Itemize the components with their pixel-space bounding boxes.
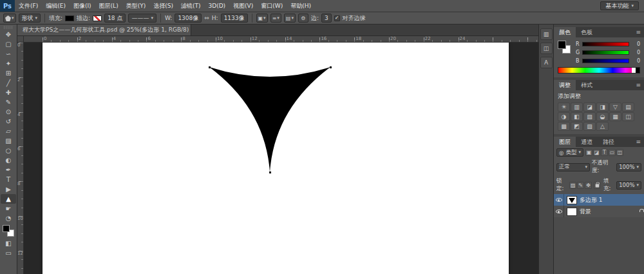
adj-posterize-icon[interactable]: ▩ (558, 122, 570, 131)
layer-thumbnail[interactable] (567, 208, 577, 216)
blend-mode-select[interactable]: 正常 ▾ (556, 163, 590, 171)
dodge-tool-icon[interactable]: ◐ (1, 155, 16, 165)
clone-stamp-tool-icon[interactable]: ⊙ (1, 107, 16, 117)
path-alignment-button[interactable]: ≡ ▾ (270, 14, 281, 23)
filter-smart-objects-icon[interactable]: ◫ (616, 149, 623, 156)
menu-item[interactable]: 帮助(H) (287, 0, 315, 12)
fill-swatch[interactable] (65, 15, 74, 21)
healing-brush-tool-icon[interactable]: ✚ (1, 88, 16, 97)
channel-value[interactable]: 0 (631, 41, 640, 47)
panel-grip[interactable] (4, 26, 13, 29)
path-arrange-button[interactable]: ▤ ▾ (284, 14, 296, 23)
adj-levels-icon[interactable]: ▥ (571, 103, 583, 112)
pasteboard[interactable] (24, 43, 538, 274)
filter-adjustment-layers-icon[interactable]: ◪ (593, 149, 600, 156)
stroke-width-field[interactable]: 18 点 (104, 14, 126, 23)
path-selection-tool-icon[interactable]: ▶ (1, 184, 16, 194)
menu-item[interactable]: 选择(S) (149, 0, 177, 12)
shape-tool-icon[interactable]: ▲ (1, 194, 16, 204)
panel-tab[interactable]: 路径 (598, 137, 620, 147)
adj-photo-filter-icon[interactable]: ▧ (583, 112, 596, 121)
color-spectrum-ramp[interactable] (558, 67, 640, 73)
horizontal-ruler[interactable]: 024681012141618202224 (24, 36, 538, 43)
character-panel-button[interactable]: A (540, 57, 553, 68)
foreground-color-swatch[interactable] (558, 41, 566, 49)
zoom-tool-icon[interactable]: ◔ (1, 213, 16, 223)
tool-preset-picker[interactable]: ▾ (3, 14, 16, 23)
lock-move-icon[interactable]: ✥ (585, 182, 592, 189)
anchor-point[interactable] (209, 66, 211, 68)
channel-value[interactable]: 0 (631, 50, 640, 55)
adj-exposure-icon[interactable]: ◨ (596, 103, 609, 112)
layer-visibility-toggle[interactable] (554, 194, 564, 206)
panel-tab[interactable]: 色板 (576, 27, 598, 37)
foreground-color-swatch[interactable] (3, 225, 10, 232)
screen-mode-button[interactable]: ▭ (1, 248, 16, 258)
layer-filter-select[interactable]: ◎ 类型 ▾ (556, 148, 583, 157)
link-dimensions-icon[interactable]: ⇔ (204, 15, 209, 21)
menu-item[interactable]: 滤镜(T) (177, 0, 205, 12)
channel-slider[interactable] (582, 59, 629, 63)
adj-color-lookup-icon[interactable]: ▦ (609, 112, 621, 121)
stroke-swatch[interactable] (93, 15, 102, 21)
panel-tab[interactable]: 图层 (554, 137, 576, 147)
brush-tool-icon[interactable]: ✎ (1, 97, 16, 107)
stroke-style-select[interactable]: ——— ▾ (128, 14, 156, 23)
blur-tool-icon[interactable]: ○ (1, 146, 16, 155)
quick-selection-tool-icon[interactable]: ✦ (1, 59, 16, 68)
workspace-switcher-button[interactable]: 基本功能 ▾ (600, 1, 639, 10)
adj-color-balance-icon[interactable]: ◑ (558, 112, 570, 121)
menu-item[interactable]: 视图(V) (229, 0, 257, 12)
align-edges-checkbox[interactable]: ✓ (334, 15, 340, 21)
crop-tool-icon[interactable]: ⊞ (1, 68, 16, 78)
filter-type-layers-icon[interactable]: T (601, 149, 608, 156)
menu-item[interactable]: 3D(D) (204, 0, 229, 12)
adj-selective-color-icon[interactable]: △ (596, 122, 609, 131)
layer-row[interactable]: 多边形 1 (554, 194, 644, 206)
adj-invert-icon[interactable]: ◫ (622, 112, 634, 121)
menu-item[interactable]: 图层(L) (95, 0, 122, 12)
menu-item[interactable]: 文件(F) (15, 0, 42, 12)
type-tool-icon[interactable]: T (1, 175, 16, 184)
properties-panel-button[interactable]: ◫ (540, 43, 553, 54)
gradient-tool-icon[interactable]: ▨ (1, 136, 16, 146)
eyedropper-tool-icon[interactable]: ╱ (1, 78, 16, 88)
anchor-point[interactable] (330, 66, 332, 68)
history-panel-button[interactable]: ▥ (540, 28, 553, 40)
layer-row[interactable]: 背景 (554, 206, 644, 217)
menu-item[interactable]: 图像(I) (70, 0, 95, 12)
adj-vibrance-icon[interactable]: ▽ (609, 103, 621, 112)
filter-pixel-layers-icon[interactable]: ▣ (585, 149, 592, 156)
layer-visibility-toggle[interactable] (554, 206, 564, 217)
quick-mask-button[interactable]: ◧ (1, 239, 16, 248)
lock-paint-icon[interactable]: ✎ (577, 182, 584, 189)
menu-item[interactable]: 编辑(E) (42, 0, 70, 12)
opacity-input[interactable]: 100% ▾ (616, 163, 641, 171)
channel-slider[interactable] (582, 50, 629, 55)
channel-slider[interactable] (582, 42, 629, 46)
adj-hue-saturation-icon[interactable]: ▤ (622, 103, 634, 112)
panel-menu-icon[interactable]: ≡ (632, 137, 644, 147)
adj-brightness-contrast-icon[interactable]: ☀ (558, 103, 570, 112)
panel-tab[interactable]: 颜色 (554, 27, 576, 37)
filter-shape-layers-icon[interactable]: ▭ (609, 149, 616, 156)
height-input[interactable]: 1133像 (221, 14, 248, 23)
geometry-options-button[interactable]: ⚙ (298, 14, 308, 23)
hand-tool-icon[interactable]: ☛ (1, 204, 16, 213)
polygon-shape[interactable] (43, 43, 509, 274)
layer-thumbnail[interactable] (567, 196, 577, 204)
lasso-tool-icon[interactable]: ∽ (1, 49, 16, 59)
lock-transparency-icon[interactable]: ▨ (569, 182, 576, 189)
pen-tool-icon[interactable]: ✒ (1, 165, 16, 175)
channel-value[interactable]: 0 (631, 58, 640, 64)
move-tool-icon[interactable]: ✥ (1, 30, 16, 39)
panel-menu-icon[interactable]: ≡ (632, 27, 644, 37)
sides-input[interactable]: 3 (321, 14, 332, 23)
lock-all-button[interactable] (594, 182, 600, 189)
adj-gradient-map-icon[interactable]: ▨ (583, 122, 596, 131)
fill-input[interactable]: 100% ▾ (616, 181, 641, 190)
width-input[interactable]: 1308像 (175, 14, 202, 23)
anchor-point[interactable] (269, 171, 271, 173)
history-brush-tool-icon[interactable]: ↺ (1, 117, 16, 126)
marquee-tool-icon[interactable]: ▢ (1, 39, 16, 49)
